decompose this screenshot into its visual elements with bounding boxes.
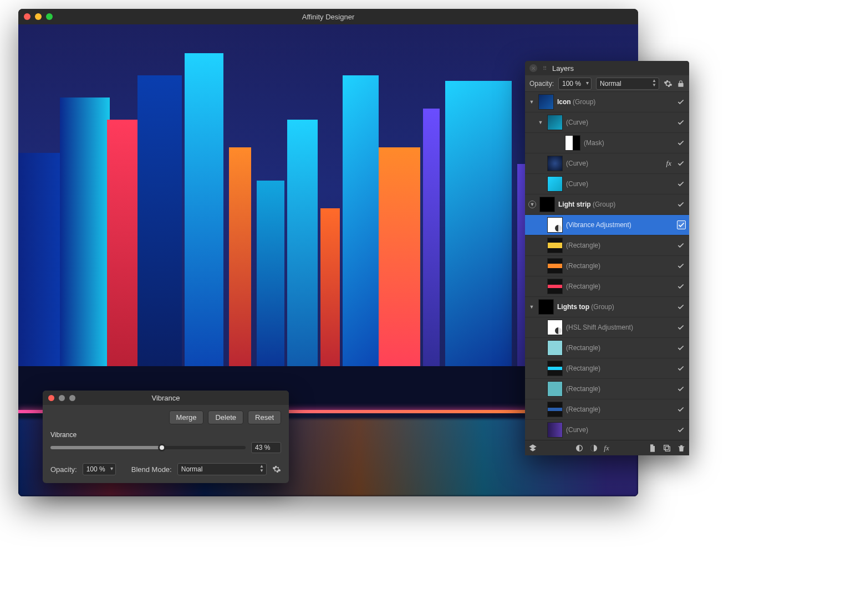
- slider-thumb[interactable]: [158, 444, 166, 451]
- visibility-checkbox[interactable]: [676, 199, 686, 209]
- layers-blendmode-dropdown[interactable]: Normal ▲▼: [596, 78, 659, 90]
- layer-name[interactable]: (Mask): [584, 139, 672, 147]
- layer-row[interactable]: (Curve): [525, 420, 689, 440]
- layer-name[interactable]: (HSL Shift Adjustment): [566, 324, 672, 331]
- layer-row[interactable]: (Curve)fx: [525, 153, 689, 174]
- layer-thumbnail[interactable]: [547, 176, 563, 192]
- panel-grip-icon[interactable]: ⠿: [543, 65, 547, 71]
- disclosure-triangle-icon[interactable]: ▼: [528, 99, 535, 105]
- visibility-checkbox[interactable]: [676, 363, 686, 373]
- layer-name[interactable]: (Rectangle): [566, 405, 672, 413]
- layer-row[interactable]: ▼Light strip (Group): [525, 194, 689, 215]
- layer-thumbnail[interactable]: [547, 279, 563, 294]
- layer-row[interactable]: (Mask): [525, 133, 689, 153]
- layer-name[interactable]: Light strip (Group): [558, 201, 672, 208]
- layer-thumbnail[interactable]: [538, 94, 554, 110]
- visibility-checkbox[interactable]: [676, 384, 686, 394]
- visibility-checkbox[interactable]: [676, 138, 686, 148]
- visibility-checkbox[interactable]: [676, 322, 686, 332]
- layer-row[interactable]: (Curve): [525, 174, 689, 194]
- adjustment-icon[interactable]: [589, 444, 598, 453]
- vibrance-panel[interactable]: Vibrance Merge Delete Reset Vibrance 43 …: [43, 391, 289, 483]
- vibrance-slider[interactable]: [50, 446, 246, 449]
- window-zoom-button[interactable]: [46, 13, 53, 20]
- layer-row[interactable]: (Rectangle): [525, 276, 689, 297]
- layer-thumbnail[interactable]: [547, 258, 563, 274]
- layer-row[interactable]: (Rectangle): [525, 338, 689, 358]
- disclosure-triangle-icon[interactable]: ▼: [528, 304, 535, 310]
- visibility-checkbox[interactable]: [676, 343, 686, 353]
- panel-close-icon[interactable]: ✕: [529, 64, 537, 72]
- fx-icon[interactable]: fx: [604, 444, 609, 453]
- vibrance-value-field[interactable]: 43 %: [251, 442, 281, 453]
- duplicate-icon[interactable]: [663, 444, 671, 453]
- visibility-checkbox[interactable]: [676, 302, 686, 312]
- layer-name[interactable]: (Rectangle): [566, 344, 672, 352]
- visibility-checkbox[interactable]: [676, 158, 686, 168]
- visibility-checkbox[interactable]: [676, 281, 686, 291]
- panel-zoom-button[interactable]: [69, 395, 75, 401]
- layer-thumbnail[interactable]: [538, 299, 554, 315]
- layer-thumbnail[interactable]: [547, 156, 563, 171]
- panel-close-button[interactable]: [48, 395, 54, 401]
- layer-row[interactable]: (Rectangle): [525, 256, 689, 276]
- lock-icon[interactable]: [677, 80, 685, 88]
- disclosure-triangle-icon[interactable]: ▼: [537, 120, 544, 125]
- layer-row[interactable]: ▼Icon (Group): [525, 92, 689, 112]
- vibrance-blendmode-dropdown[interactable]: Normal ▲▼: [177, 463, 267, 475]
- merge-button[interactable]: Merge: [169, 410, 204, 424]
- layer-thumbnail[interactable]: [547, 340, 563, 356]
- visibility-checkbox[interactable]: [676, 97, 686, 107]
- layer-name[interactable]: (Curve): [566, 119, 672, 126]
- layer-thumbnail[interactable]: [547, 402, 563, 417]
- titlebar[interactable]: Affinity Designer: [18, 9, 638, 24]
- layer-thumbnail[interactable]: [539, 197, 555, 212]
- layer-name[interactable]: Icon (Group): [557, 98, 672, 106]
- visibility-checkbox[interactable]: [676, 240, 686, 250]
- layer-thumbnail[interactable]: [547, 238, 563, 253]
- gear-icon[interactable]: [664, 79, 672, 88]
- visibility-checkbox[interactable]: [677, 220, 686, 229]
- layer-thumbnail[interactable]: [547, 381, 563, 397]
- mask-icon[interactable]: [575, 444, 584, 453]
- vibrance-opacity-dropdown[interactable]: 100 %: [83, 463, 116, 475]
- layer-name[interactable]: (Rectangle): [566, 262, 672, 270]
- trash-icon[interactable]: [677, 444, 686, 453]
- layer-row[interactable]: ▼Lights top (Group): [525, 297, 689, 317]
- layer-row[interactable]: (Rectangle): [525, 379, 689, 399]
- layers-panel-header[interactable]: ✕ ⠿ Layers: [525, 61, 689, 75]
- layer-row[interactable]: (Rectangle): [525, 235, 689, 256]
- layer-name[interactable]: Lights top (Group): [557, 303, 672, 311]
- new-file-icon[interactable]: [648, 444, 657, 453]
- delete-button[interactable]: Delete: [208, 410, 243, 424]
- layer-thumbnail[interactable]: [565, 135, 580, 151]
- layer-name[interactable]: (Curve): [566, 180, 672, 188]
- visibility-checkbox[interactable]: [676, 425, 686, 435]
- disclosure-triangle-icon[interactable]: ▼: [528, 201, 536, 208]
- layer-thumbnail[interactable]: [547, 422, 563, 438]
- layer-name[interactable]: (Vibrance Adjustment): [566, 221, 674, 229]
- layer-name[interactable]: (Rectangle): [566, 242, 672, 249]
- layer-row[interactable]: (Rectangle): [525, 358, 689, 379]
- layer-row[interactable]: (Rectangle): [525, 399, 689, 420]
- layer-row[interactable]: (HSL Shift Adjustment): [525, 317, 689, 338]
- layer-name[interactable]: (Curve): [566, 426, 672, 434]
- layer-name[interactable]: (Curve): [566, 160, 663, 167]
- reset-button[interactable]: Reset: [248, 410, 281, 424]
- window-minimize-button[interactable]: [35, 13, 42, 20]
- visibility-checkbox[interactable]: [676, 117, 686, 127]
- layer-thumbnail[interactable]: [547, 217, 563, 233]
- layers-panel[interactable]: ✕ ⠿ Layers Opacity: 100 % Normal ▲▼ ▼Ico…: [525, 61, 689, 455]
- layers-opacity-dropdown[interactable]: 100 %: [558, 78, 592, 90]
- gear-icon[interactable]: [272, 465, 281, 474]
- visibility-checkbox[interactable]: [676, 404, 686, 414]
- layer-row[interactable]: ▼(Curve): [525, 112, 689, 133]
- layer-name[interactable]: (Rectangle): [566, 385, 672, 393]
- window-close-button[interactable]: [24, 13, 30, 20]
- visibility-checkbox[interactable]: [676, 179, 686, 189]
- layers-icon[interactable]: [528, 444, 537, 453]
- layers-list[interactable]: ▼Icon (Group)▼(Curve)(Mask)(Curve)fx(Cur…: [525, 92, 689, 440]
- visibility-checkbox[interactable]: [676, 261, 686, 271]
- vibrance-panel-header[interactable]: Vibrance: [43, 391, 289, 405]
- layer-name[interactable]: (Rectangle): [566, 365, 672, 372]
